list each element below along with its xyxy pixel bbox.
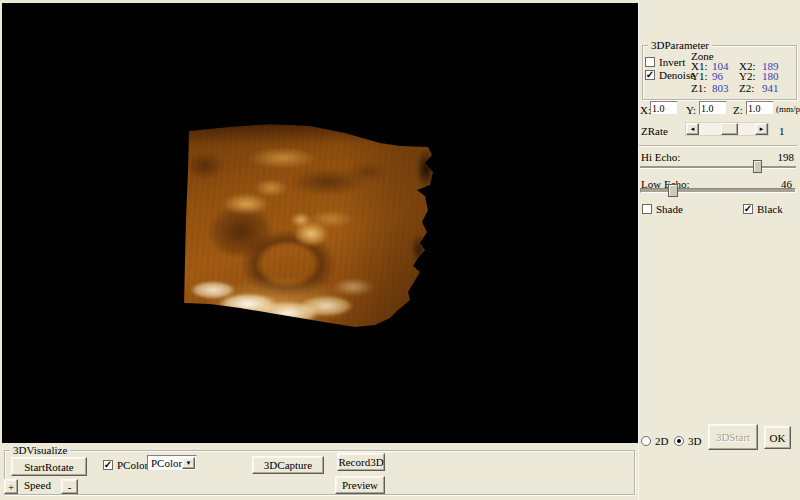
- ultrasound-texture: [183, 124, 435, 330]
- pcolor-checkbox-box[interactable]: ✓: [103, 460, 113, 470]
- x-scale-input[interactable]: [650, 101, 678, 115]
- parameter-panel: 3DParameter Invert ✓ Denoise Zone X1: 10…: [638, 0, 800, 500]
- zrate-scrollbar[interactable]: ◄ ►: [685, 122, 769, 136]
- check-icon: ✓: [104, 460, 112, 470]
- zone-y1-value: 96: [712, 70, 739, 82]
- ultrasound-render: [183, 124, 435, 330]
- record-3d-button[interactable]: Record3D: [337, 453, 385, 471]
- mode-2d-radio[interactable]: 2D: [641, 435, 668, 447]
- mode-2d-label: 2D: [655, 435, 668, 447]
- zone-z1-label: Z1:: [691, 82, 712, 94]
- black-checkbox[interactable]: ✓ Black: [743, 203, 783, 215]
- shade-label: Shade: [656, 203, 683, 215]
- zone-y1-label: Y1:: [691, 70, 712, 82]
- denoise-label: Denoise: [659, 69, 695, 81]
- speed-label: Speed: [24, 479, 51, 491]
- radio-icon[interactable]: [641, 436, 651, 446]
- check-icon: ✓: [646, 70, 654, 80]
- visualize-bar: 3DVisualize StartRotate + Speed - ✓ PCol…: [0, 443, 638, 500]
- capture-3d-button[interactable]: 3DCapture: [252, 456, 324, 474]
- shade-checkbox-box[interactable]: [642, 204, 652, 214]
- preview-button[interactable]: Preview: [335, 476, 385, 494]
- zrate-scrollbar-thumb[interactable]: [721, 123, 738, 135]
- y-scale-label: Y:: [686, 104, 696, 116]
- speed-plus-button[interactable]: +: [4, 479, 18, 494]
- app-window: 3DParameter Invert ✓ Denoise Zone X1: 10…: [0, 0, 800, 500]
- pcolor-dropdown-button[interactable]: ▼: [182, 457, 195, 469]
- pcolor-dropdown-value: PColor: [151, 457, 182, 469]
- ok-button[interactable]: OK: [764, 426, 791, 449]
- zone-row-y: Y1: 96 Y2: 180: [691, 70, 786, 82]
- check-icon: ✓: [744, 204, 752, 214]
- denoise-checkbox[interactable]: ✓ Denoise: [645, 69, 695, 81]
- arrow-right-icon: ►: [759, 126, 765, 132]
- zone-z2-value: 941: [762, 82, 786, 94]
- start-3d-button[interactable]: 3DStart: [708, 424, 758, 450]
- denoise-checkbox-box[interactable]: ✓: [645, 70, 655, 80]
- shade-checkbox[interactable]: Shade: [642, 203, 683, 215]
- visualize-groupbox-title: 3DVisualize: [10, 443, 70, 457]
- pcolor-dropdown[interactable]: PColor ▼: [147, 455, 197, 471]
- z-scale-input[interactable]: [746, 101, 774, 115]
- zone-z2-label: Z2:: [739, 82, 762, 94]
- mode-3d-label: 3D: [688, 435, 701, 447]
- unit-label: (mm/p): [776, 104, 800, 114]
- mode-3d-radio[interactable]: 3D: [674, 435, 701, 447]
- black-label: Black: [757, 203, 783, 215]
- invert-label: Invert: [659, 56, 685, 68]
- zrate-value: 1: [779, 125, 785, 137]
- zrate-left-arrow-button[interactable]: ◄: [686, 123, 699, 135]
- arrow-left-icon: ◄: [690, 126, 696, 132]
- zrate-right-arrow-button[interactable]: ►: [755, 123, 768, 135]
- black-checkbox-box[interactable]: ✓: [743, 204, 753, 214]
- hi-echo-label: Hi Echo:: [641, 151, 680, 163]
- low-echo-slider-thumb[interactable]: [668, 184, 678, 197]
- zrate-label: ZRate: [641, 125, 668, 137]
- speed-minus-button[interactable]: -: [61, 479, 78, 494]
- hi-echo-slider-thumb[interactable]: [753, 160, 762, 173]
- z-scale-label: Z:: [733, 104, 743, 116]
- separator: [639, 145, 797, 147]
- start-rotate-button[interactable]: StartRotate: [11, 457, 87, 476]
- y-scale-input[interactable]: [699, 101, 727, 115]
- zone-z1-value: 803: [712, 82, 739, 94]
- render-viewport[interactable]: [2, 3, 638, 443]
- zone-y2-value: 180: [762, 70, 786, 82]
- zone-row-z: Z1: 803 Z2: 941: [691, 82, 786, 94]
- radio-selected-icon[interactable]: [674, 436, 684, 446]
- invert-checkbox[interactable]: Invert: [645, 56, 685, 68]
- hi-echo-slider-track[interactable]: [640, 166, 796, 169]
- low-echo-slider-track[interactable]: [640, 188, 796, 193]
- pcolor-checkbox[interactable]: ✓ PColor: [103, 459, 148, 471]
- invert-checkbox-box[interactable]: [645, 57, 655, 67]
- chevron-down-icon: ▼: [186, 460, 192, 466]
- pcolor-label: PColor: [117, 459, 148, 471]
- hi-echo-value: 198: [778, 151, 795, 163]
- zone-y2-label: Y2:: [739, 70, 762, 82]
